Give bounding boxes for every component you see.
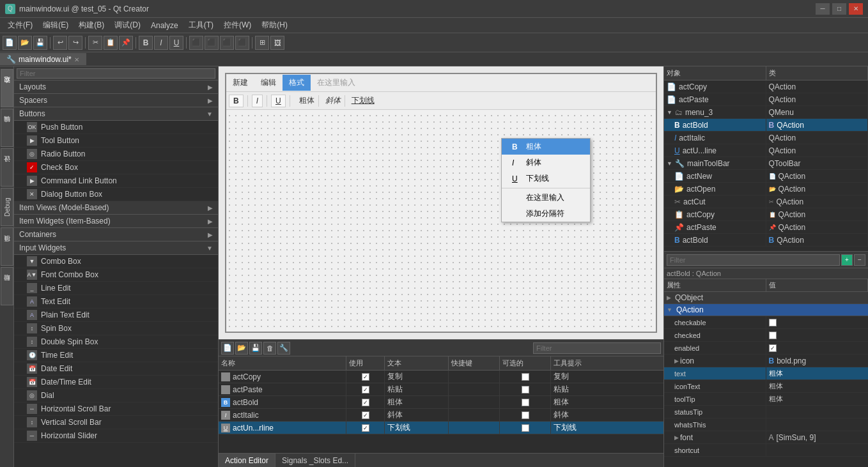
widget-text-edit[interactable]: A Text Edit — [14, 295, 218, 309]
prop-row-tooltip[interactable]: toolTip 粗体 — [664, 393, 868, 406]
prop-row-shortcut[interactable]: shortcut — [664, 444, 868, 457]
widget-plain-text-edit[interactable]: A Plain Text Edit — [14, 309, 218, 322]
side-tab-edit[interactable]: 编辑 — [1, 109, 13, 147]
menu-file[interactable]: 文件(F) — [3, 19, 38, 32]
menu-analyze[interactable]: Analyze — [146, 20, 183, 31]
save-file-button[interactable]: 💾 — [33, 36, 47, 50]
open-file-button[interactable]: 📂 — [18, 36, 32, 50]
ctx-menu-underline[interactable]: U 下划线 — [502, 171, 590, 187]
menu-help[interactable]: 帮助(H) — [256, 19, 293, 32]
menu-debug[interactable]: 调试(D) — [109, 19, 146, 32]
action-settings-button[interactable]: 🔧 — [277, 342, 290, 355]
widget-filter-input[interactable] — [17, 68, 215, 79]
widget-command-link[interactable]: ▶ Command Link Button — [14, 174, 218, 188]
obj-row-actcopy[interactable]: 📄 actCopy QAction — [664, 80, 868, 93]
ctx-menu-bold[interactable]: B 粗体 — [502, 139, 590, 155]
close-button[interactable]: ✕ — [849, 3, 863, 15]
section-containers[interactable]: Containers ▶ — [14, 228, 218, 241]
align-left-button[interactable]: ⬛ — [189, 36, 203, 50]
section-input-widgets[interactable]: Input Widgets ▼ — [14, 241, 218, 255]
form-italic-button[interactable]: I — [252, 95, 263, 107]
prop-row-text[interactable]: text 粗体 — [664, 367, 868, 380]
checkable-checkbox[interactable] — [769, 319, 777, 326]
form-underline-button[interactable]: U — [271, 95, 286, 107]
obj-row-actnew[interactable]: 📄 actNew 📄 QAction — [664, 170, 868, 183]
checked-checkbox[interactable] — [769, 332, 777, 339]
prop-row-checkable[interactable]: checkable — [664, 316, 868, 329]
widget-combo-box[interactable]: ▼ Combo Box — [14, 255, 218, 268]
table-row[interactable]: I actItalic 斜体 — [219, 409, 663, 422]
menu-build[interactable]: 构建(B) — [74, 19, 109, 32]
obj-row-actbold-highlighted[interactable]: B actBold B QAction — [664, 119, 868, 132]
side-tab-design[interactable]: 设计 — [1, 148, 13, 187]
enabled-checkbox[interactable] — [769, 344, 777, 352]
italic-button[interactable]: I — [154, 36, 168, 50]
obj-row-actpaste[interactable]: 📄 actPaste QAction — [664, 93, 868, 106]
add-property-button[interactable]: + — [841, 254, 853, 266]
side-tab-welcome[interactable]: 欢迎 — [1, 69, 13, 107]
section-spacers[interactable]: Spacers ▶ — [14, 94, 218, 107]
undo-button[interactable]: ↩ — [53, 36, 67, 50]
remove-property-button[interactable]: − — [854, 254, 865, 266]
widget-radio-button[interactable]: ◎ Radio Button — [14, 148, 218, 161]
form-bold-button[interactable]: B — [229, 95, 244, 107]
prop-row-enabled[interactable]: enabled — [664, 342, 868, 355]
widget-double-spin-box[interactable]: ↕ Double Spin Box — [14, 335, 218, 349]
widget-check-box[interactable]: ✓ Check Box — [14, 161, 218, 174]
section-layouts[interactable]: Layouts ▶ — [14, 80, 218, 94]
prop-row-whatsthis[interactable]: whatsThis — [664, 418, 868, 431]
table-button[interactable]: ⊞ — [255, 36, 269, 50]
menu-edit[interactable]: 编辑(E) — [38, 19, 74, 32]
section-item-views[interactable]: Item Views (Model-Based) ▶ — [14, 201, 218, 215]
obj-row-actitalic[interactable]: I actItalic QAction — [664, 132, 868, 144]
obj-row-menu3[interactable]: ▼ 🗂 menu_3 QMenu — [664, 106, 868, 119]
widget-datetime-edit[interactable]: 📅 Date/Time Edit — [14, 376, 218, 389]
redo-button[interactable]: ↪ — [68, 36, 82, 50]
form-menu-type-here[interactable]: 在这里输入 — [311, 75, 362, 91]
widget-time-edit[interactable]: 🕐 Time Edit — [14, 349, 218, 362]
obj-row-actpaste2[interactable]: 📌 actPaste 📌 QAction — [664, 221, 868, 234]
obj-row-actbold2[interactable]: B actBold B QAction — [664, 234, 868, 247]
minimize-button[interactable]: ─ — [816, 3, 830, 15]
widget-tool-button[interactable]: ▶ Tool Button — [14, 134, 218, 148]
action-filter-input[interactable] — [533, 342, 661, 354]
form-menu-format[interactable]: 格式 — [283, 75, 311, 91]
table-row[interactable]: U actUn...rline 下划线 — [219, 422, 663, 434]
form-menu-edit[interactable]: 编辑 — [254, 75, 283, 91]
prop-row-font[interactable]: ▶ font A [SimSun, 9] — [664, 431, 868, 444]
table-row[interactable]: B actBold 粗体 — [219, 396, 663, 409]
prop-section-qaction[interactable]: ▼ QAction — [664, 304, 868, 316]
menu-tools[interactable]: 工具(T) — [183, 19, 219, 32]
obj-row-maintoolbar[interactable]: ▼ 🔧 mainToolBar QToolBar — [664, 157, 868, 170]
align-center-button[interactable]: ⬛ — [205, 36, 219, 50]
section-buttons[interactable]: Buttons ▼ — [14, 107, 218, 121]
prop-row-checked[interactable]: checked — [664, 329, 868, 342]
obj-row-actcopy2[interactable]: 📋 actCopy 📋 QAction — [664, 208, 868, 221]
cut-button[interactable]: ✂ — [88, 36, 102, 50]
form-menu-new[interactable]: 新建 — [226, 75, 254, 91]
new-file-button[interactable]: 📄 — [3, 36, 17, 50]
bottom-tab-action-editor[interactable]: Action Editor — [219, 454, 275, 467]
widget-vertical-scroll[interactable]: ↕ Vertical Scroll Bar — [14, 416, 218, 429]
paste-button[interactable]: 📌 — [119, 36, 133, 50]
widget-horizontal-slider[interactable]: ─ Horizontal Slider — [14, 429, 218, 443]
prop-section-qobject[interactable]: ▶ QObject — [664, 292, 868, 304]
widget-font-combo-box[interactable]: A▼ Font Combo Box — [14, 268, 218, 282]
obj-row-actunderline[interactable]: U actU...line QAction — [664, 144, 868, 157]
widget-date-edit[interactable]: 📅 Date Edit — [14, 362, 218, 376]
side-tab-project[interactable]: 项目 — [1, 227, 13, 266]
obj-row-actopen[interactable]: 📂 actOpen 📂 QAction — [664, 183, 868, 195]
prop-row-icon[interactable]: ▶ icon B bold.png — [664, 355, 868, 367]
ctx-menu-italic[interactable]: I 斜体 — [502, 155, 590, 171]
file-tab-mainwindow[interactable]: 🔧 mainwindow.ui* ✕ — [0, 53, 86, 65]
align-justify-button[interactable]: ⬛ — [235, 36, 249, 50]
ctx-menu-add-separator[interactable]: 添加分隔符 — [502, 206, 590, 222]
action-save-button[interactable]: 💾 — [249, 342, 262, 355]
table-row[interactable]: actCopy 复制 复制 — [219, 371, 663, 383]
bottom-tab-signals-slots[interactable]: Signals _Slots Ed... — [275, 454, 355, 467]
action-new-button[interactable]: 📄 — [221, 342, 234, 355]
section-item-widgets[interactable]: Item Widgets (Item-Based) ▶ — [14, 215, 218, 228]
widget-push-button[interactable]: OK Push Button — [14, 121, 218, 134]
ctx-menu-type-here[interactable]: 在这里输入 — [502, 190, 590, 206]
widget-horizontal-scroll[interactable]: ↔ Horizontal Scroll Bar — [14, 402, 218, 416]
